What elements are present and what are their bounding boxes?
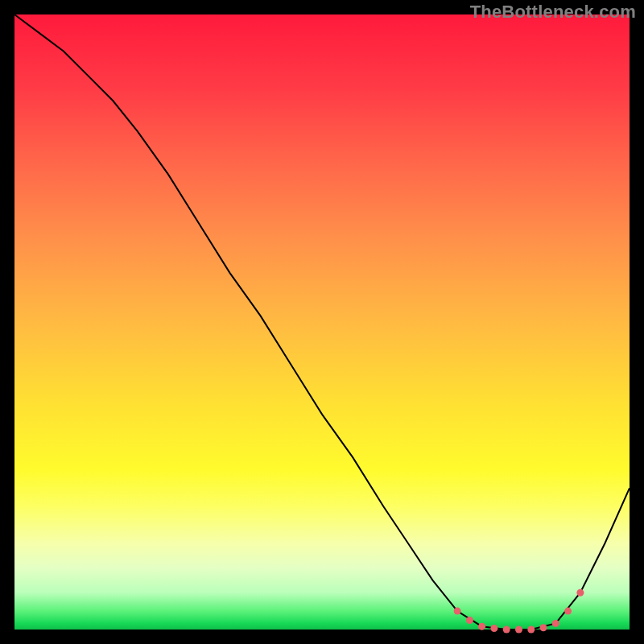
watermark-text: TheBottleneck.com	[470, 2, 636, 23]
optimum-dot	[540, 624, 547, 631]
optimum-dot	[490, 625, 497, 632]
optimum-dot	[576, 589, 584, 597]
bottleneck-curve	[14, 14, 630, 630]
optimum-dot	[466, 617, 473, 624]
optimum-dot	[503, 626, 510, 634]
optimum-dot	[527, 626, 535, 634]
optimum-range-marker	[454, 589, 584, 634]
optimum-dot	[564, 608, 572, 615]
optimum-dot	[552, 620, 559, 627]
optimum-dot	[478, 623, 485, 630]
chart-svg	[14, 14, 630, 630]
optimum-dot	[454, 608, 461, 615]
optimum-dot	[515, 626, 522, 634]
